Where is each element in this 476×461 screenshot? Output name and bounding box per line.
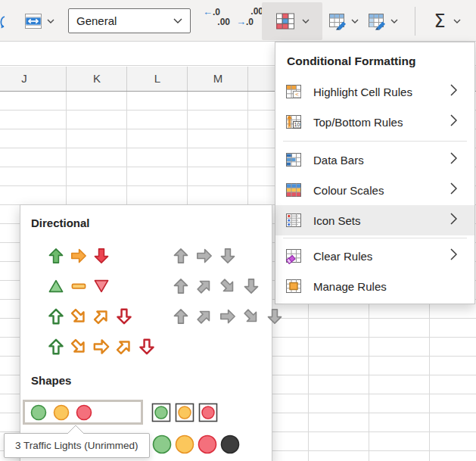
format-as-table-button[interactable]	[325, 10, 362, 33]
manage-rules-icon	[285, 278, 302, 294]
circle-orange-icon	[53, 404, 68, 421]
chevron-down-icon	[302, 19, 310, 23]
menu-separator	[283, 238, 467, 238]
icon-sets-submenu: Directional Shapes	[20, 204, 272, 461]
sigma-icon: Σ	[434, 11, 445, 32]
number-format-select[interactable]: General	[68, 8, 191, 33]
autosum-button[interactable]: Σ	[425, 7, 469, 36]
right-grey-icon	[219, 308, 236, 325]
iconset-3-arrows-grey[interactable]	[173, 248, 236, 264]
chevron-right-icon	[450, 182, 457, 198]
directional-row	[28, 338, 270, 355]
merge-center-button[interactable]	[21, 10, 58, 33]
cell-styles-button[interactable]	[365, 10, 401, 33]
menu-item-manage-rules[interactable]: Manage Rules	[275, 271, 474, 301]
down-red-icon	[116, 308, 132, 325]
directional-row	[28, 248, 270, 264]
decrease-decimal-label-bottom: .0	[246, 17, 254, 27]
menu-item-data-bars[interactable]: Data Bars	[275, 145, 474, 175]
chevron-down-icon	[351, 19, 359, 23]
column-header-k[interactable]: K	[93, 72, 101, 85]
increase-decimal-label-bottom: .00	[203, 17, 230, 27]
menu-item-label: Top/Bottom Rules	[313, 116, 450, 129]
iconset-4-arrows-coloured[interactable]	[48, 308, 132, 325]
circle-boxed-orange-icon	[175, 403, 194, 422]
menu-item-top-bottom-rules[interactable]: 10Top/Bottom Rules	[275, 107, 474, 137]
circle-green-icon	[30, 404, 45, 421]
down-grey-icon	[266, 308, 283, 325]
down-right-orange-icon	[70, 308, 87, 325]
merge-center-icon	[24, 13, 42, 30]
chevron-down-icon	[390, 19, 398, 23]
iconset-4-arrows-grey[interactable]	[173, 278, 260, 294]
column-header-l[interactable]: L	[154, 72, 160, 85]
up-right-grey-icon	[196, 278, 213, 294]
iconset-5-arrows-grey[interactable]	[173, 308, 283, 325]
top-bottom-rules-icon: 10	[285, 114, 302, 130]
circle-big-orange-icon	[175, 435, 194, 454]
number-format-value: General	[76, 14, 117, 27]
menu-item-colour-scales[interactable]: Colour Scales	[275, 175, 474, 205]
menu-item-label: Manage Rules	[313, 280, 474, 293]
menu-item-label: Clear Rules	[313, 250, 450, 263]
up-grey-icon	[173, 278, 189, 294]
chevron-down-icon	[47, 19, 54, 23]
section-title-shapes: Shapes	[31, 374, 71, 387]
circle-big-green-icon	[152, 435, 172, 454]
decrease-decimal-button[interactable]: .00 →.0	[236, 7, 263, 36]
svg-text:<: <	[295, 91, 299, 98]
menu-item-label: Colour Scales	[313, 184, 450, 197]
menu-item-label: Data Bars	[313, 154, 450, 167]
format-as-table-icon	[328, 12, 347, 30]
tri-down-red-icon	[93, 278, 110, 294]
section-title-directional: Directional	[31, 216, 90, 229]
right-arrow-icon: →	[236, 16, 246, 27]
menu-item-icon-sets[interactable]: Icon Sets	[275, 205, 474, 235]
down-grey-icon	[219, 248, 236, 264]
down-grey-icon	[243, 278, 260, 294]
conditional-formatting-button[interactable]	[262, 2, 322, 40]
cutoff-toolbar-icon	[0, 15, 8, 32]
increase-decimal-button[interactable]: ←.0 .00	[203, 7, 230, 36]
cell-styles-icon	[368, 12, 387, 30]
tooltip-caret	[67, 424, 85, 435]
chevron-right-icon	[450, 152, 457, 167]
up-grey-icon	[173, 308, 189, 325]
iconset-3-triangles[interactable]	[48, 278, 110, 294]
circle-big-black-icon	[220, 435, 240, 454]
down-right-orange-icon	[70, 338, 87, 355]
highlight-cell-rules-icon: <	[285, 83, 302, 100]
right-orange-icon	[70, 248, 87, 264]
circle-boxed-red-icon	[198, 403, 218, 422]
up-green-icon	[48, 308, 64, 325]
down-red-icon	[138, 338, 155, 355]
iconset-3-traffic-lights-unrimmed[interactable]	[23, 400, 143, 425]
directional-row	[28, 308, 270, 325]
menu-item-label: Highlight Cell Rules	[313, 86, 450, 98]
circle-red-icon	[76, 404, 91, 421]
iconset-3-traffic-lights-rimmed[interactable]	[151, 403, 218, 422]
increase-decimal-label-top: .0	[213, 7, 220, 17]
left-arrow-icon: ←	[203, 6, 213, 17]
menu-item-clear-rules[interactable]: Clear Rules	[275, 241, 474, 271]
tooltip: 3 Traffic Lights (Unrimmed)	[4, 433, 150, 458]
icon-sets-icon	[285, 212, 302, 229]
iconset-4-traffic-lights[interactable]	[152, 435, 240, 454]
chevron-right-icon	[450, 114, 457, 129]
column-header-m[interactable]: M	[213, 72, 223, 85]
conditional-formatting-icon	[275, 12, 295, 30]
down-right-grey-icon	[243, 308, 260, 325]
directional-row	[28, 278, 270, 294]
up-green-icon	[48, 248, 64, 264]
menu-title: Conditional Formatting	[287, 55, 415, 68]
conditional-formatting-menu: Conditional Formatting <Highlight Cell R…	[275, 42, 475, 304]
up-right-orange-icon	[93, 308, 110, 325]
chevron-down-icon	[173, 18, 182, 23]
circle-boxed-green-icon	[151, 403, 171, 422]
chevron-right-icon	[450, 213, 457, 228]
iconset-5-arrows-coloured[interactable]	[48, 338, 155, 355]
colour-scales-icon	[285, 182, 302, 198]
menu-item-highlight-cell-rules[interactable]: <Highlight Cell Rules	[275, 76, 474, 107]
column-header-j[interactable]: J	[21, 72, 27, 85]
iconset-3-arrows-coloured[interactable]	[48, 248, 110, 264]
